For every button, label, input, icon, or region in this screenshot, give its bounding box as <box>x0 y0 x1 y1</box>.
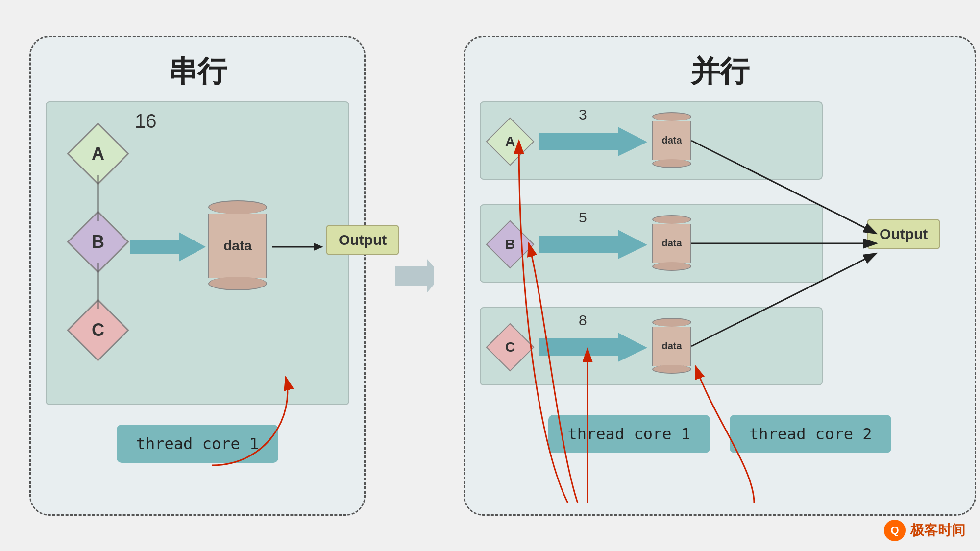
serial-data-label: data <box>208 214 267 278</box>
serial-red-arrow-svg <box>60 328 354 485</box>
left-panel: 串行 16 A B C data <box>29 36 366 516</box>
right-panel-title: 并行 <box>690 52 749 92</box>
serial-cylinder: data <box>208 200 267 290</box>
watermark-icon: Q <box>884 520 906 541</box>
svg-marker-6 <box>395 259 434 293</box>
parallel-rows-container: 3 A data 5 B <box>480 101 960 405</box>
transition-arrow-container <box>395 256 434 295</box>
watermark-text: 极客时间 <box>910 521 965 540</box>
serial-output-box: Output <box>326 225 399 255</box>
right-panel: 并行 3 A data <box>464 36 976 516</box>
serial-to-output-arrow <box>272 237 326 257</box>
main-container: 串行 16 A B C data <box>20 16 960 535</box>
svg-marker-2 <box>314 243 323 251</box>
parallel-red-arrows <box>480 101 960 551</box>
watermark: Q 极客时间 <box>884 520 965 541</box>
left-panel-title: 串行 <box>168 52 227 92</box>
transition-arrow <box>395 256 434 295</box>
